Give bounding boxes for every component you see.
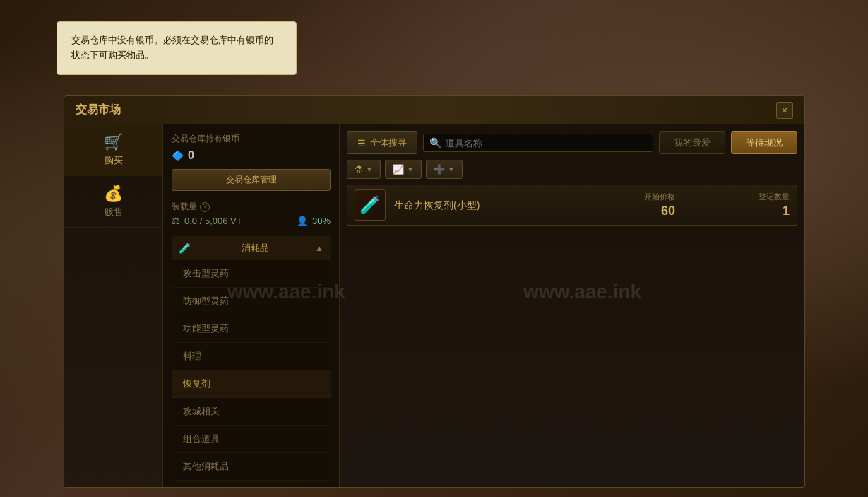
tooltip-text: 交易仓库中没有银币。必须在交易仓库中有银币的状态下可购买物品。 <box>71 35 273 60</box>
filter-potion-button[interactable]: ⚗ ▼ <box>347 160 381 179</box>
dialog-header: 交易市场 × <box>64 96 804 124</box>
close-button[interactable]: × <box>776 102 793 119</box>
filter-row: ⚗ ▼ 📈 ▼ ➕ ▼ <box>347 160 797 179</box>
filter-chart-button[interactable]: 📈 ▼ <box>385 160 422 179</box>
item-price-col: 开始价格 60 <box>534 192 675 218</box>
silver-row: 🔷 0 <box>172 149 331 162</box>
cat-item-combo[interactable]: 组合道具 <box>172 426 331 453</box>
percent-row: ⚖ 0.0 / 5,006 VT 👤 30% <box>172 216 331 226</box>
category-label: 消耗品 <box>242 242 269 255</box>
category-icon: 🧪 <box>179 242 191 254</box>
sidebar-item-buy[interactable]: 🛒 购买 <box>64 124 162 176</box>
item-icon: 🧪 <box>359 195 381 215</box>
count-header: 登记数量 <box>759 192 790 202</box>
table-row[interactable]: 🧪 生命力恢复剂(小型) 开始价格 60 登记数量 1 <box>347 185 797 226</box>
item-name-col: 生命力恢复剂(小型) <box>394 199 525 212</box>
percent-icon: 👤 <box>297 216 308 226</box>
cat-item-recovery[interactable]: 恢复剂 <box>172 370 331 398</box>
cat-item-attack[interactable]: 攻击型灵药 <box>172 260 331 288</box>
category-list: 攻击型灵药 防御型灵药 功能型灵药 料理 恢复剂 攻城相关 组合道具 其他消耗品 <box>172 260 331 481</box>
help-icon[interactable]: ? <box>200 202 210 212</box>
category-arrow: ▲ <box>315 243 323 253</box>
count-value: 1 <box>783 204 790 218</box>
item-name: 生命力恢复剂(小型) <box>394 199 480 211</box>
sidebar: 🛒 购买 💰 贩售 <box>64 124 163 487</box>
filter-potion-icon: ⚗ <box>355 164 363 175</box>
filter-add-button[interactable]: ➕ ▼ <box>426 160 463 179</box>
capacity-value: 0.0 / 5,006 VT <box>184 216 242 226</box>
dialog-title: 交易市场 <box>76 103 121 117</box>
buy-icon: 🛒 <box>104 133 123 151</box>
sidebar-label-sell: 贩售 <box>105 206 123 218</box>
item-count-col: 登记数量 1 <box>684 192 790 218</box>
manage-storage-button[interactable]: 交易仓库管理 <box>172 169 331 191</box>
filter-chart-icon: 📈 <box>393 164 404 175</box>
search-row: ☰ 全体搜寻 🔍 我的最爱 等待现况 <box>347 131 797 154</box>
silver-value: 0 <box>188 149 194 162</box>
weight-icon: ⚖ <box>172 216 180 226</box>
filter-add-arrow: ▼ <box>448 165 455 173</box>
price-header: 开始价格 <box>644 192 675 202</box>
category-header[interactable]: 🧪 消耗品 ▲ <box>172 236 331 260</box>
search-all-button[interactable]: ☰ 全体搜寻 <box>347 131 417 154</box>
filter-add-icon: ➕ <box>434 164 445 175</box>
favorites-button[interactable]: 我的最爱 <box>659 131 725 154</box>
storage-label: 交易仓库持有银币 <box>172 133 331 145</box>
cat-item-functional[interactable]: 功能型灵药 <box>172 315 331 343</box>
cat-item-siege[interactable]: 攻城相关 <box>172 398 331 426</box>
capacity-label: 装载量 ? <box>172 201 210 213</box>
search-input-wrap: 🔍 <box>423 134 653 152</box>
sell-icon: 💰 <box>104 185 123 203</box>
capacity-section: 装载量 ? <box>172 201 331 213</box>
cat-item-other[interactable]: 其他消耗品 <box>172 453 331 481</box>
price-value: 60 <box>661 204 675 218</box>
filter-potion-arrow: ▼ <box>366 165 373 173</box>
cat-item-food[interactable]: 料理 <box>172 343 331 370</box>
left-panel: 交易仓库持有银币 🔷 0 交易仓库管理 装载量 ? ⚖ 0.0 / 5,006 … <box>163 124 340 487</box>
cat-item-defense[interactable]: 防御型灵药 <box>172 288 331 315</box>
tooltip-box: 交易仓库中没有银币。必须在交易仓库中有银币的状态下可购买物品。 <box>57 21 297 75</box>
item-icon-wrap: 🧪 <box>355 189 386 221</box>
sidebar-label-buy: 购买 <box>105 154 123 167</box>
sidebar-item-sell[interactable]: 💰 贩售 <box>64 176 162 228</box>
trade-dialog: 交易市场 × 🛒 购买 💰 贩售 交易仓库持有银币 🔷 0 交易仓库管理 <box>64 95 805 488</box>
items-area: 🧪 生命力恢复剂(小型) 开始价格 60 登记数量 1 <box>347 185 797 480</box>
silver-icon: 🔷 <box>172 150 184 161</box>
dialog-body: 🛒 购买 💰 贩售 交易仓库持有银币 🔷 0 交易仓库管理 装载量 ? <box>64 124 804 487</box>
search-input[interactable] <box>446 138 647 148</box>
percent-value: 30% <box>312 216 331 226</box>
search-icon: 🔍 <box>429 137 441 148</box>
waiting-button[interactable]: 等待现况 <box>731 131 797 154</box>
filter-chart-arrow: ▼ <box>407 165 414 173</box>
right-panel: ☰ 全体搜寻 🔍 我的最爱 等待现况 ⚗ ▼ 📈 ▼ <box>340 124 804 487</box>
list-icon: ☰ <box>357 138 366 148</box>
